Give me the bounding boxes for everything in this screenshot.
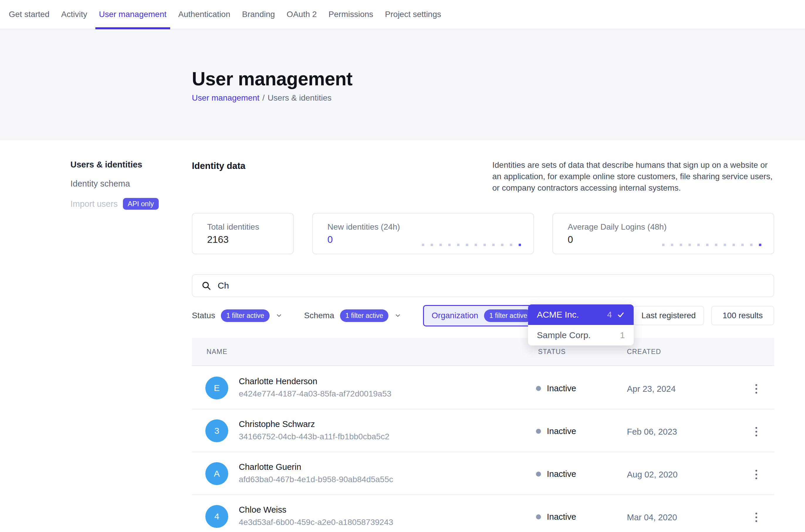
search-input[interactable] [218,281,765,291]
breadcrumb: User management / Users & identities [192,93,332,103]
sidebar-item-label: Identity schema [70,179,130,189]
row-actions-kebab-icon[interactable] [749,509,763,526]
filter-label: Schema [304,311,334,320]
sparkline-bar-current [519,244,521,246]
status-label: Inactive [547,384,576,393]
filter-active-badge: 1 filter active [221,309,269,322]
filter-active-badge: 1 filter active [484,309,532,322]
sort-button[interactable]: Last registered [633,306,704,325]
status-cell: Inactive [536,426,576,436]
row-actions-kebab-icon[interactable] [749,423,763,440]
breadcrumb-separator: / [262,93,265,103]
sparkline-bar [741,244,744,246]
results-count-button[interactable]: 100 results [711,306,774,325]
chevron-down-icon [394,312,401,319]
row-actions-kebab-icon[interactable] [749,381,763,397]
avatar: E [205,377,228,399]
tab-authentication[interactable]: Authentication [179,0,230,29]
sparkline-bar [439,244,442,246]
sparkline-bar [715,244,717,246]
tab-branding[interactable]: Branding [242,0,275,29]
option-label: ACME Inc. [537,310,602,320]
stat-cards: Total identities 2163 New identities (24… [192,213,774,254]
tab-get-started[interactable]: Get started [9,0,50,29]
sparkline-bar [697,244,700,246]
table-body: E Charlotte Henderson e424e774-4187-4a03… [192,366,774,532]
name-cell: Christophe Schwarz 34166752-04cb-443b-a1… [239,419,389,441]
column-header-name: NAME [207,348,227,356]
status-cell: Inactive [536,469,576,479]
stat-card-average-daily-logins: Average Daily Logins (48h) 0 [553,213,774,254]
sparkline [662,244,761,246]
tab-permissions[interactable]: Permissions [329,0,373,29]
sparkline-bar [680,244,682,246]
table-row[interactable]: 4 Chloe Weiss 4e3d53af-6b00-459c-a2e0-a1… [192,495,774,532]
table-row[interactable]: 3 Christophe Schwarz 34166752-04cb-443b-… [192,410,774,452]
sparkline-bar [689,244,691,246]
identity-name: Charlotte Guerin [239,462,393,472]
search-bar [192,274,774,297]
sidebar: Users & identities Identity schema Impor… [70,160,182,219]
column-header-created: CREATED [627,348,661,356]
status-dot-icon [536,429,541,434]
page-header [0,29,805,140]
breadcrumb-link-user-management[interactable]: User management [192,93,259,103]
option-label: Sample Corp. [537,330,615,340]
column-header-status: STATUS [538,348,566,356]
tab-project-settings[interactable]: Project settings [385,0,441,29]
sparkline-bar [724,244,726,246]
sidebar-item-identity-schema[interactable]: Identity schema [70,179,182,189]
name-cell: Chloe Weiss 4e3d53af-6b00-459c-a2e0-a180… [239,505,393,527]
filter-active-badge: 1 filter active [340,309,389,322]
table-row[interactable]: E Charlotte Henderson e424e774-4187-4a03… [192,366,774,410]
sparkline-bar [492,244,494,246]
sparkline-bar [431,244,433,246]
api-only-badge: API only [123,198,158,210]
sparkline-bar [510,244,512,246]
created-date: Mar 04, 2020 [627,513,677,522]
status-cell: Inactive [536,384,576,393]
dropdown-option-acme[interactable]: ACME Inc. 4 [528,304,634,325]
status-label: Inactive [547,512,576,522]
sparkline-bar [457,244,460,246]
name-cell: Charlotte Henderson e424e774-4187-4a03-8… [239,377,391,399]
filter-label: Organization [432,311,478,320]
sparkline [422,244,521,246]
table-header: NAME STATUS CREATED [192,338,774,366]
page-root: Get started Activity User management Aut… [0,0,805,532]
row-actions-kebab-icon[interactable] [749,466,763,483]
stat-card-total-identities: Total identities 2163 [192,213,294,254]
status-dot-icon [536,386,541,391]
table-row[interactable]: A Charlotte Guerin afd63ba0-467b-4e1d-b9… [192,452,774,495]
tab-user-management[interactable]: User management [99,0,166,29]
filter-schema[interactable]: Schema 1 filter active [304,309,401,322]
tab-activity[interactable]: Activity [61,0,88,29]
sidebar-item-label: Users & identities [70,160,142,170]
sparkline-bar [448,244,451,246]
breadcrumb-current: Users & identities [267,93,332,103]
tab-oauth2[interactable]: OAuth 2 [287,0,317,29]
filter-status[interactable]: Status 1 filter active [192,309,282,322]
option-count: 1 [620,330,625,340]
stat-label: Total identities [207,222,293,232]
stat-label: New identities (24h) [327,222,533,232]
avatar: 3 [205,419,228,442]
avatar: 4 [205,505,228,528]
name-cell: Charlotte Guerin afd63ba0-467b-4e1d-b958… [239,462,393,484]
stat-card-new-identities: New identities (24h) 0 [312,213,534,254]
sparkline-bar [466,244,468,246]
stat-value: 2163 [207,234,293,245]
chevron-down-icon [276,312,282,319]
dropdown-option-sample-corp[interactable]: Sample Corp. 1 [528,325,634,345]
search-icon [201,281,211,291]
sparkline-bar [662,244,664,246]
status-label: Inactive [547,469,576,479]
sparkline-bar [732,244,735,246]
sidebar-item-users-identities[interactable]: Users & identities [70,160,182,170]
identity-id: afd63ba0-467b-4e1d-b958-90ab84d5a55c [239,475,393,484]
status-cell: Inactive [536,512,576,522]
check-icon [617,310,625,319]
sparkline-bar [671,244,673,246]
sparkline-bar [484,244,486,246]
sparkline-bar [475,244,477,246]
